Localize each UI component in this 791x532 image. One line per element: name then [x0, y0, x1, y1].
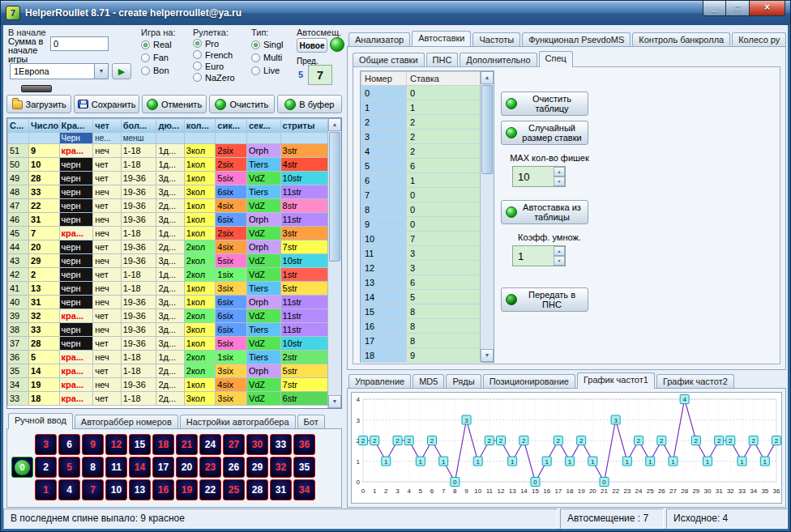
- autobets-tab-4[interactable]: Спец: [539, 51, 573, 67]
- history-row[interactable]: 365кра...неч1-181д...2кол1sixTiers2str: [8, 351, 328, 364]
- preset-combo[interactable]: 1Европа ▼: [10, 63, 109, 79]
- game-type-radio-Singl[interactable]: [251, 40, 260, 49]
- history-row[interactable]: 4631черннеч19-363д...1кол6sixOrph11str: [8, 213, 328, 227]
- bets-scrollbar[interactable]: ▲ ▼: [480, 71, 494, 362]
- history-row[interactable]: 3318кра...чет1-182д...3кол3sixVdZ6str: [8, 392, 328, 406]
- history-row[interactable]: 422чернчет1-181д...2кол1sixVdZ1str: [8, 268, 328, 282]
- bets-row[interactable]: 107: [361, 232, 482, 246]
- manual-tab-4[interactable]: Бот: [297, 415, 325, 428]
- board-cell-29[interactable]: 29: [246, 457, 268, 478]
- board-cell-13[interactable]: 13: [129, 479, 151, 500]
- scroll-up-icon[interactable]: ▲: [328, 118, 341, 131]
- board-cell-36[interactable]: 36: [293, 434, 315, 455]
- toolbar-button-1[interactable]: Загрузить: [6, 95, 71, 113]
- history-row[interactable]: 3833черннеч19-363д...3кол6sixTiers11str: [8, 323, 328, 337]
- frequency-tab-4[interactable]: Позиционирование: [483, 374, 575, 388]
- board-cell-4[interactable]: 4: [58, 479, 80, 500]
- analyzer-tab-1[interactable]: Анализатор: [348, 32, 410, 46]
- board-cell-28[interactable]: 28: [246, 479, 268, 500]
- bets-row[interactable]: 56: [361, 159, 482, 173]
- board-cell-27[interactable]: 27: [223, 434, 245, 455]
- board-cell-20[interactable]: 20: [176, 457, 198, 478]
- game-type-radio-Live[interactable]: [251, 66, 260, 75]
- analyzer-tab-6[interactable]: Колесо ру: [732, 32, 786, 46]
- board-cell-19[interactable]: 19: [176, 479, 198, 500]
- game-on-option-Bon[interactable]: Bon: [141, 65, 190, 76]
- board-cell-30[interactable]: 30: [246, 434, 268, 455]
- frequency-tab-3[interactable]: Ряды: [446, 374, 481, 388]
- bets-row[interactable]: 22: [361, 115, 482, 130]
- roulette-option-Pro[interactable]: Pro: [193, 38, 248, 49]
- board-cell-24[interactable]: 24: [199, 434, 221, 455]
- toolbar-button-2[interactable]: Сохранить: [74, 95, 139, 113]
- frequency-tab-2[interactable]: MD5: [413, 374, 444, 388]
- history-row[interactable]: 4031черннеч19-363д...1кол6sixOrph11str: [8, 296, 328, 309]
- board-cell-7[interactable]: 7: [82, 479, 104, 500]
- manual-tab-2[interactable]: Автограббер номеров: [75, 415, 178, 428]
- roulette-radio-NaZero[interactable]: [193, 73, 202, 82]
- board-cell-3[interactable]: 3: [35, 434, 57, 455]
- frequency-tab-5[interactable]: График частот1: [577, 372, 655, 389]
- history-row[interactable]: 457кра...неч1-181д...1кол2sixVdZ3str: [8, 227, 328, 240]
- board-cell-0[interactable]: 0: [11, 457, 33, 478]
- game-on-option-Real[interactable]: Real: [141, 39, 190, 50]
- autobets-tab-1[interactable]: Общие ставки: [353, 53, 425, 66]
- bets-row[interactable]: 168: [361, 319, 482, 334]
- board-cell-26[interactable]: 26: [223, 457, 245, 478]
- bets-row[interactable]: 32: [361, 130, 482, 144]
- bets-row[interactable]: 70: [361, 188, 482, 202]
- board-cell-34[interactable]: 34: [293, 479, 315, 500]
- roulette-radio-Pro[interactable]: [193, 39, 202, 48]
- spin-up-icon[interactable]: ▲: [554, 246, 565, 256]
- scroll-thumb[interactable]: [481, 85, 493, 174]
- board-cell-22[interactable]: 22: [199, 479, 221, 500]
- board-cell-25[interactable]: 25: [223, 479, 245, 500]
- frequency-tab-6[interactable]: График частот2: [656, 374, 734, 388]
- history-row[interactable]: 3419кра...неч19-362д...1кол4sixVdZ7str: [8, 378, 328, 392]
- bets-row[interactable]: 145: [361, 290, 482, 304]
- manual-tab-1[interactable]: Ручной ввод: [8, 413, 73, 429]
- bets-row[interactable]: 113: [361, 246, 482, 261]
- board-cell-16[interactable]: 16: [152, 479, 174, 500]
- frequency-tab-1[interactable]: Управление: [348, 374, 411, 388]
- bets-row[interactable]: 00: [361, 86, 482, 100]
- history-scrollbar[interactable]: ▲ ▼: [327, 118, 341, 408]
- game-type-option-Multi[interactable]: Multi: [251, 52, 295, 63]
- board-cell-8[interactable]: 8: [82, 457, 104, 478]
- collapse-button[interactable]: [21, 85, 52, 92]
- board-cell-21[interactable]: 21: [176, 434, 198, 455]
- autobet-from-table-button[interactable]: Автоставка из таблицы: [501, 200, 588, 224]
- history-row[interactable]: 4420чернчет19-362д...2кол4sixOrph7str: [8, 240, 328, 254]
- game-on-radio-Bon[interactable]: [141, 66, 150, 75]
- bets-row[interactable]: 11: [361, 100, 482, 115]
- board-cell-9[interactable]: 9: [82, 434, 104, 455]
- game-on-radio-Fan[interactable]: [141, 53, 150, 62]
- board-cell-11[interactable]: 11: [105, 457, 127, 478]
- analyzer-tab-4[interactable]: Функционал PsevdoMS: [522, 32, 631, 46]
- roulette-radio-French[interactable]: [193, 50, 202, 59]
- bets-row[interactable]: 42: [361, 144, 482, 159]
- history-row[interactable]: 3932кра...чет19-363д...2кол6sixVdZ11str: [8, 309, 328, 323]
- autobets-tab-2[interactable]: ПНС: [426, 53, 459, 66]
- board-cell-23[interactable]: 23: [199, 457, 221, 478]
- spin-up-icon[interactable]: ▲: [554, 167, 565, 177]
- toolbar-button-3[interactable]: Отменить: [142, 95, 207, 113]
- history-row[interactable]: 4722чернчет19-362д...1кол4sixVdZ8str: [8, 199, 328, 213]
- scroll-down-icon[interactable]: ▼: [481, 349, 494, 362]
- toolbar-button-5[interactable]: В буфер: [277, 95, 342, 113]
- multiplier-spinner[interactable]: 1 ▲ ▼: [512, 245, 566, 266]
- analyzer-tab-2[interactable]: Автоставки: [412, 31, 471, 46]
- history-row[interactable]: 3728чернчет19-363д...1кол5sixVdZ10str: [8, 337, 328, 351]
- game-type-option-Singl[interactable]: Singl: [251, 39, 295, 50]
- bets-row[interactable]: 178: [361, 334, 482, 348]
- board-cell-18[interactable]: 18: [152, 434, 174, 455]
- board-cell-15[interactable]: 15: [129, 434, 151, 455]
- board-cell-31[interactable]: 31: [270, 479, 292, 500]
- board-cell-1[interactable]: 1: [35, 479, 57, 500]
- bets-row[interactable]: 80: [361, 202, 482, 217]
- history-row[interactable]: 4928чернчет19-363д...1кол5sixVdZ10str: [8, 172, 328, 185]
- board-cell-14[interactable]: 14: [129, 457, 151, 478]
- board-cell-35[interactable]: 35: [293, 457, 315, 478]
- initial-sum-input[interactable]: [50, 36, 109, 51]
- history-row[interactable]: 4113черннеч1-182д...1кол3sixTiers5str: [8, 282, 328, 296]
